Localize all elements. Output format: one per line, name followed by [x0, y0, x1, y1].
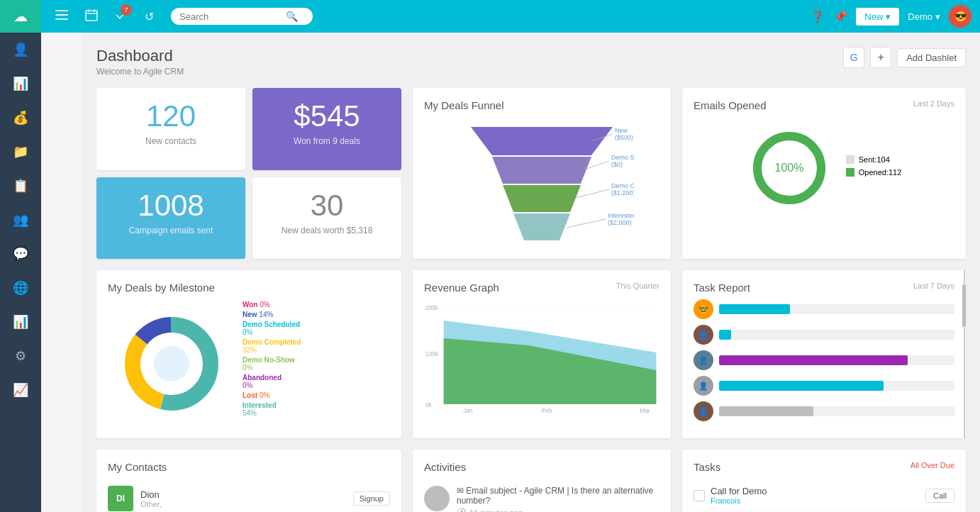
demo-noshow-pct: 0%	[243, 364, 252, 372]
deals-funnel-dashlet: My Deals Funnel New ($500) Demo Schedule…	[413, 88, 671, 259]
svg-text:($500): ($500)	[615, 134, 633, 141]
sidebar-item-settings[interactable]: ⚙	[0, 339, 41, 373]
task-bar-fill-5	[719, 406, 813, 416]
svg-text:Mar: Mar	[640, 407, 650, 413]
sidebar-item-teams[interactable]: 👥	[0, 203, 41, 237]
pie-container: Won 0% New 14% Demo Scheduled 0% Demo Co…	[108, 301, 390, 419]
revenue-header: Revenue Graph This Quarter	[424, 282, 659, 294]
revenue-dashlet: Revenue Graph This Quarter 200k 100k 0k	[413, 270, 671, 438]
legend-demo-scheduled: Demo Scheduled 0%	[243, 321, 301, 336]
task-row-1: 🤓	[694, 299, 954, 319]
sidebar-item-contacts[interactable]: 👤	[0, 33, 41, 67]
scrollbar	[962, 270, 966, 438]
left-sidebar: ☁ 👤 📊 💰 📁 📋 👥 💬 🌐 📊 ⚙ 📈	[0, 0, 41, 512]
task-avatar-2: 👤	[694, 325, 713, 345]
svg-text:100k: 100k	[425, 350, 439, 357]
sidebar-item-dashboard[interactable]: 📊	[0, 67, 41, 101]
task-avatar-3: 👤	[694, 350, 713, 370]
sidebar-item-analytics[interactable]: 📈	[0, 373, 41, 407]
new-contacts-card: 120 New contacts	[96, 88, 245, 170]
abandoned-label: Abandoned	[243, 374, 282, 382]
legend-demo-completed: Demo Completed 32%	[243, 338, 301, 354]
abandoned-pct: 0%	[243, 382, 252, 389]
svg-text:0k: 0k	[425, 401, 432, 408]
google-icon-btn[interactable]: G	[843, 47, 864, 68]
task-bar-1	[719, 304, 954, 314]
task-report-header: Task Report Last 7 Days	[694, 282, 954, 294]
calendar-icon[interactable]	[79, 6, 104, 27]
svg-text:Feb: Feb	[542, 407, 552, 413]
task-bar-3	[719, 355, 954, 365]
demo-comp-pct: 32%	[243, 346, 257, 354]
new-contacts-number: 120	[108, 99, 234, 133]
won-amount: $545	[264, 99, 390, 133]
task-row-3: 👤	[694, 350, 954, 370]
legend-won: Won 0%	[243, 301, 301, 308]
revenue-title: Revenue Graph	[424, 282, 499, 294]
new-deals-card: 30 New deals worth $5,318	[252, 177, 401, 260]
tasks-title: Tasks	[694, 461, 720, 473]
campaign-label: Campaign emails sent	[108, 226, 234, 235]
svg-marker-9	[503, 185, 581, 212]
legend-new: New 14%	[243, 311, 301, 318]
contact-sub-dion: Other,	[140, 500, 162, 508]
task-action-button-1[interactable]: Call	[925, 489, 954, 503]
help-icon[interactable]: ❓	[811, 10, 825, 23]
svg-text:($1,200): ($1,200)	[611, 189, 634, 196]
activity-content-1: ✉ Email subject - Agile CRM | Is there a…	[457, 486, 659, 512]
search-bar[interactable]: 🔍	[171, 8, 313, 25]
funnel-title: My Deals Funnel	[424, 99, 659, 111]
menu-icon[interactable]	[50, 7, 74, 26]
pin-icon[interactable]: 📌	[833, 10, 847, 23]
task-bar-2	[719, 330, 954, 340]
won-label: Won	[243, 301, 257, 308]
revenue-svg: 200k 100k 0k Jan Feb Mar	[424, 299, 659, 413]
google-icon: G	[850, 52, 858, 63]
demo-button[interactable]: Demo ▾	[908, 11, 940, 22]
demo-sched-pct: 0%	[243, 328, 252, 336]
sidebar-item-reports[interactable]: 📊	[0, 305, 41, 339]
add-dashlet-icon-btn[interactable]: +	[870, 47, 891, 68]
search-icon: 🔍	[286, 11, 298, 22]
bottom-grid: My Contacts DI Dion Other, Signup RE Act…	[96, 450, 966, 512]
contact-action-dion[interactable]: Signup	[353, 491, 390, 506]
contact-name-dion: Dion	[140, 489, 162, 500]
new-contacts-label: New contacts	[108, 136, 234, 146]
demo-noshow-label: Demo No-Show	[243, 356, 295, 364]
contact-row-dion: DI Dion Other, Signup	[108, 480, 390, 512]
sidebar-item-documents[interactable]: 📋	[0, 169, 41, 203]
won-pct: 0%	[260, 301, 269, 308]
main-content: Dashboard Welcome to Agile CRM G + Add D…	[82, 33, 980, 512]
add-dashlet-button[interactable]: Add Dashlet	[897, 48, 966, 67]
dashboard-title-area: Dashboard Welcome to Agile CRM	[96, 47, 184, 77]
activity-text-1: ✉ Email subject - Agile CRM | Is there a…	[457, 486, 659, 506]
sidebar-item-deals[interactable]: 💰	[0, 101, 41, 135]
tasks-badge: 7	[121, 4, 132, 16]
pie-legend: Won 0% New 14% Demo Scheduled 0% Demo Co…	[243, 301, 301, 419]
history-icon[interactable]: ↺	[139, 7, 160, 26]
new-deals-number: 30	[264, 189, 390, 223]
sidebar-item-global[interactable]: 🌐	[0, 271, 41, 305]
scrollbar-thumb	[962, 284, 966, 327]
search-input[interactable]	[179, 11, 286, 22]
task-report-period: Last 7 Days	[913, 282, 954, 294]
page-title: Dashboard	[96, 47, 184, 65]
task-report-title: Task Report	[694, 282, 750, 294]
sidebar-item-messages[interactable]: 💬	[0, 237, 41, 271]
new-button[interactable]: New ▾	[856, 8, 899, 26]
tasks-icon[interactable]: 7	[109, 6, 133, 27]
legend-lost: Lost 0%	[243, 391, 301, 399]
task-person-1[interactable]: Francois	[711, 496, 920, 505]
tasks-dashlet: Tasks All Over Due Call for Demo Francoi…	[682, 450, 966, 512]
revenue-period: This Quarter	[616, 282, 659, 294]
legend-abandoned: Abandoned 0%	[243, 374, 301, 389]
demo-sched-label: Demo Scheduled	[243, 321, 300, 328]
svg-text:($0): ($0)	[611, 161, 623, 168]
user-avatar[interactable]: 😎	[949, 5, 971, 28]
svg-line-20	[567, 219, 606, 228]
task-checkbox-1[interactable]	[694, 490, 705, 501]
funnel-container: New ($500) Demo Scheduled ($0) Demo Comp…	[424, 120, 659, 247]
app-logo: ☁	[0, 0, 41, 33]
sidebar-item-files[interactable]: 📁	[0, 135, 41, 169]
svg-text:Demo Completed: Demo Completed	[611, 182, 634, 189]
